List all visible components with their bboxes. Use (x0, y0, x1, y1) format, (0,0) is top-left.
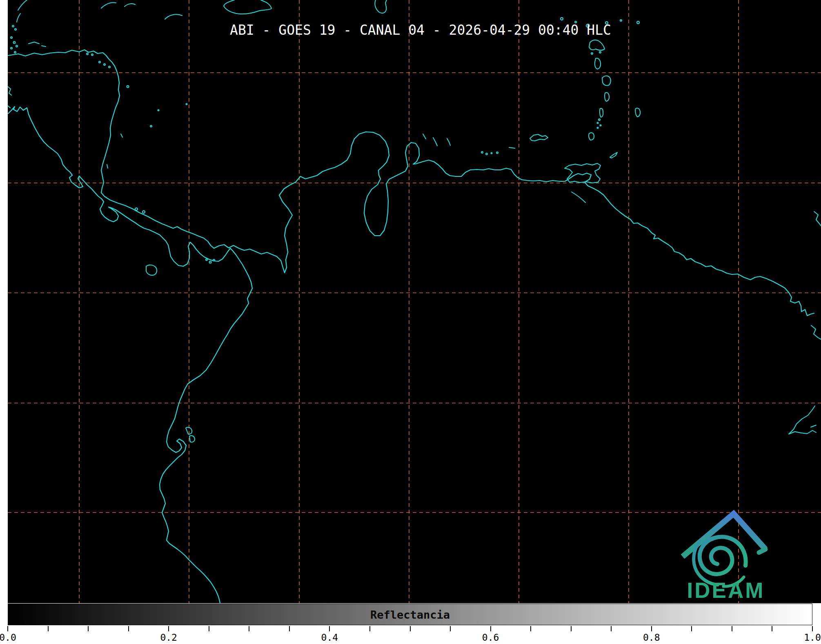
colorbar-tick-label: 0.8 (643, 632, 660, 643)
colorbar-tick (168, 626, 169, 631)
map-title: ABI - GOES 19 - CANAL 04 - 2026-04-29 00… (230, 23, 611, 38)
colorbar-tick-label: 1.0 (804, 632, 821, 643)
colorbar-tick (490, 626, 491, 631)
colorbar-tick (530, 626, 531, 631)
colorbar-tick (48, 626, 49, 631)
colorbar-tick (651, 626, 652, 631)
colorbar-tick-label: 0.4 (321, 632, 338, 643)
colorbar-tick (88, 626, 89, 631)
colorbar-tick (209, 626, 209, 631)
colorbar-tick (128, 626, 129, 631)
ideam-logo: IDEAM (665, 502, 772, 604)
colorbar-tick (571, 626, 572, 631)
colorbar-tick (7, 626, 8, 631)
colorbar-tick-label: 0.6 (482, 632, 499, 643)
colorbar-tick (732, 626, 732, 631)
colorbar-tick (249, 626, 249, 631)
colorbar-tick (289, 626, 290, 631)
colorbar: Reflectancia (8, 604, 812, 625)
colorbar-tick (772, 626, 772, 631)
colorbar-tick (450, 626, 451, 631)
colorbar-tick-label: 0.2 (160, 632, 177, 643)
colorbar-label: Reflectancia (370, 608, 450, 621)
colorbar-tick (369, 626, 370, 631)
colorbar-tick (329, 626, 330, 631)
logo-wordmark: IDEAM (687, 578, 765, 602)
satellite-image-figure: ABI - GOES 19 - CANAL 04 - 2026-04-29 00… (0, 0, 821, 644)
colorbar-tick-label: 0.0 (0, 632, 16, 643)
colorbar-tick (410, 626, 411, 631)
colorbar-tick (611, 626, 612, 631)
colorbar-tick (812, 626, 813, 631)
colorbar-tick (691, 626, 692, 631)
